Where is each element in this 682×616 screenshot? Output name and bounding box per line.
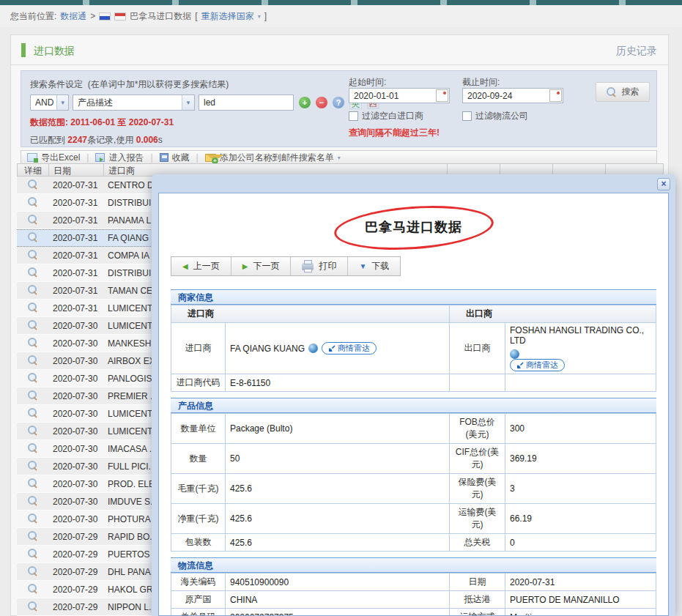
- reselect-country-link[interactable]: 重新选择国家: [201, 10, 254, 23]
- row-detail-cell[interactable]: [17, 232, 48, 244]
- magnifier-icon[interactable]: [28, 549, 37, 558]
- row-detail-cell[interactable]: [17, 461, 48, 472]
- magnifier-icon[interactable]: [28, 355, 37, 365]
- calendar-icon[interactable]: [549, 89, 562, 102]
- favorite-button[interactable]: 收藏: [160, 152, 190, 164]
- row-detail-cell[interactable]: [17, 303, 48, 314]
- row-detail-cell[interactable]: [17, 338, 48, 349]
- magnifier-icon[interactable]: [28, 303, 37, 312]
- filter-logistics[interactable]: 过滤物流公司: [462, 110, 528, 122]
- magnifier-icon[interactable]: [28, 566, 37, 576]
- magnifier-icon[interactable]: [28, 338, 37, 347]
- magnifier-icon[interactable]: [28, 390, 37, 400]
- add-email-list-button[interactable]: 添加公司名称到邮件搜索名单 ▾: [205, 152, 341, 164]
- logistics-row: 原产国 CHINA 抵达港 PUERTO DE MANZANILLO: [171, 591, 656, 609]
- magnifier-icon[interactable]: [28, 408, 37, 418]
- magnifier-icon[interactable]: [28, 496, 37, 505]
- col-header-date[interactable]: 日期: [49, 164, 104, 176]
- calendar-icon[interactable]: [436, 89, 448, 102]
- radar-badge[interactable]: 商情雷达: [510, 359, 565, 371]
- print-button[interactable]: 打印: [291, 257, 348, 275]
- row-date: 2020-07-31: [48, 251, 103, 261]
- row-detail-cell[interactable]: [17, 601, 48, 613]
- operator-select[interactable]: AND ▼: [30, 94, 69, 111]
- field-label: 毛重(千克): [171, 474, 226, 504]
- exporter-header: 出口商: [450, 305, 656, 323]
- magnifier-icon[interactable]: [28, 443, 37, 453]
- match-count: 2247: [67, 135, 87, 145]
- row-detail-cell[interactable]: [17, 549, 48, 560]
- checkbox[interactable]: [349, 111, 358, 121]
- checkbox[interactable]: [462, 111, 472, 121]
- magnifier-icon[interactable]: [28, 601, 37, 611]
- row-detail-cell[interactable]: [17, 285, 48, 297]
- row-detail-cell[interactable]: [17, 320, 48, 332]
- row-detail-cell[interactable]: [17, 408, 48, 420]
- globe-icon[interactable]: [510, 349, 519, 359]
- row-detail-cell[interactable]: [17, 478, 48, 490]
- row-detail-cell[interactable]: [17, 215, 48, 226]
- help-button[interactable]: ?: [333, 97, 344, 108]
- start-date-input[interactable]: [349, 88, 450, 103]
- row-detail-cell[interactable]: [17, 390, 48, 402]
- row-detail-cell[interactable]: [17, 584, 48, 595]
- field-label: 关单号码: [171, 609, 226, 616]
- magnifier-icon[interactable]: [28, 232, 37, 242]
- col-header-detail[interactable]: 详细: [18, 164, 49, 176]
- row-detail-cell[interactable]: [17, 355, 48, 367]
- logistics-row: 海关编码 940510900090 日期 2020-07-31: [171, 574, 656, 591]
- magnifier-icon[interactable]: [28, 197, 37, 207]
- magnifier-icon[interactable]: [28, 215, 37, 224]
- export-excel-button[interactable]: 导出Excel: [27, 152, 80, 164]
- row-detail-cell[interactable]: [17, 373, 48, 385]
- next-page-button[interactable]: ▶ 下一页: [231, 257, 292, 275]
- radar-icon: [516, 362, 524, 369]
- globe-icon[interactable]: [308, 344, 318, 353]
- magnifier-icon[interactable]: [28, 320, 37, 330]
- magnifier-icon[interactable]: [28, 513, 37, 523]
- row-detail-cell[interactable]: [17, 513, 48, 525]
- close-icon[interactable]: ×: [657, 178, 670, 190]
- row-detail-cell[interactable]: [17, 443, 48, 455]
- row-detail-cell[interactable]: [17, 531, 48, 543]
- field-label: 数量单位: [171, 414, 226, 444]
- field-select[interactable]: 产品描述 ▼: [73, 94, 195, 111]
- breadcrumb-home-link[interactable]: 数据通: [60, 10, 86, 23]
- row-detail-cell[interactable]: [17, 496, 48, 508]
- magnifier-icon[interactable]: [28, 267, 37, 277]
- magnifier-icon[interactable]: [28, 285, 37, 294]
- download-button[interactable]: ▼ 下载: [348, 257, 400, 275]
- row-detail-cell[interactable]: [17, 179, 48, 191]
- row-detail-cell[interactable]: [17, 267, 48, 279]
- row-detail-cell[interactable]: [17, 197, 48, 209]
- magnifier-icon[interactable]: [28, 584, 37, 593]
- row-detail-cell[interactable]: [17, 250, 48, 261]
- printer-icon: [302, 263, 314, 270]
- product-row: 包装数 425.6 总关税 0: [171, 534, 656, 552]
- magnifier-icon[interactable]: [28, 478, 37, 488]
- row-date: 2020-07-31: [48, 215, 103, 226]
- add-condition-button[interactable]: +: [299, 97, 311, 108]
- filter-blank-importer[interactable]: 过滤空白进口商: [349, 110, 423, 122]
- magnifier-icon[interactable]: [28, 461, 37, 470]
- magnifier-icon[interactable]: [28, 179, 37, 189]
- prev-page-button[interactable]: ◀ 上一页: [171, 257, 231, 275]
- magnifier-icon[interactable]: [28, 250, 37, 259]
- end-date-input[interactable]: [462, 88, 563, 103]
- remove-condition-button[interactable]: −: [316, 97, 327, 108]
- keyword-input[interactable]: [199, 94, 294, 111]
- mail-icon: [205, 154, 216, 162]
- magnifier-icon[interactable]: [28, 531, 37, 541]
- importer-name: FA QIANG KUANG: [230, 344, 305, 354]
- row-detail-cell[interactable]: [17, 566, 48, 578]
- toolbar-separator: |: [196, 152, 199, 163]
- logistics-table: 海关编码 940510900090 日期 2020-07-31 原产国 CHIN…: [171, 573, 656, 616]
- history-link[interactable]: 历史记录: [616, 45, 657, 58]
- enter-report-button[interactable]: 进入报告: [95, 152, 144, 164]
- radar-badge[interactable]: 商情雷达: [322, 342, 377, 355]
- magnifier-icon[interactable]: [28, 426, 37, 435]
- magnifier-icon[interactable]: [28, 373, 37, 382]
- row-detail-cell[interactable]: [17, 426, 48, 437]
- search-title: 搜索条件设定 (在单词中加*用以获得更多搜索结果): [30, 78, 229, 91]
- search-button[interactable]: 搜索: [596, 82, 650, 102]
